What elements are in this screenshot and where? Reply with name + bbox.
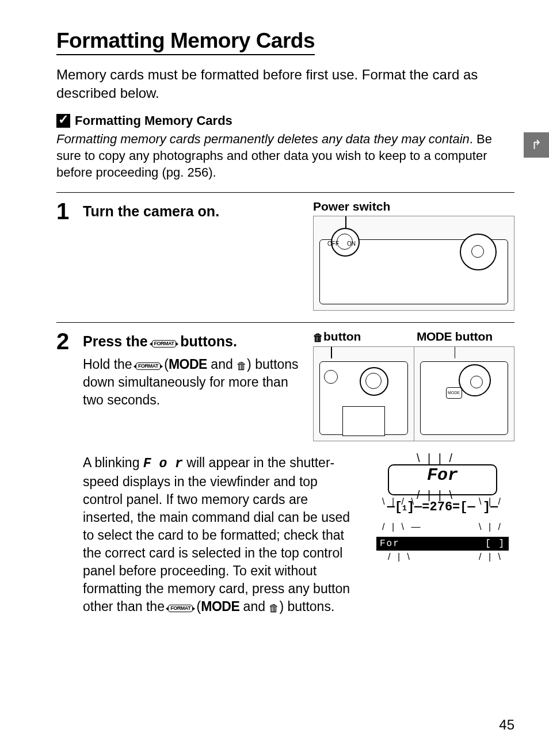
step-2-number: 2 bbox=[56, 330, 79, 353]
warning-heading: Formatting Memory Cards bbox=[75, 113, 232, 128]
trash-icon: 🗑 bbox=[313, 332, 323, 343]
divider bbox=[56, 192, 514, 193]
step-1: 1 Turn the camera on. Power switch OFF O… bbox=[56, 200, 514, 311]
mode-label: MODE bbox=[169, 357, 207, 372]
manual-page: Formatting Memory Cards Memory cards mus… bbox=[0, 0, 549, 756]
trash-button-diagram bbox=[314, 347, 414, 441]
step-2: 2 Press the FORMAT buttons. Hold the FOR… bbox=[56, 330, 514, 616]
lcd-mid-text: —[1]—=276=[— ]— bbox=[371, 500, 514, 514]
step-1-figure-label: Power switch bbox=[313, 200, 514, 213]
section-tab-icon: ↱ bbox=[531, 138, 542, 152]
intro-paragraph: Memory cards must be formatted before fi… bbox=[56, 66, 514, 103]
lcd-display-diagram: \ | | / For / | | \ \ | / \ \ | / —[1]—=… bbox=[371, 454, 514, 569]
page-title: Formatting Memory Cards bbox=[56, 29, 315, 55]
warning-note: Formatting Memory Cards Formatting memor… bbox=[56, 113, 514, 181]
lcd-viewfinder-bar: For [ ] bbox=[376, 537, 509, 551]
format-icon: FORMAT bbox=[152, 340, 177, 348]
format-icon: FORMAT bbox=[168, 605, 193, 612]
warning-icon bbox=[56, 114, 70, 128]
step-2-figure-label-left: 🗑button bbox=[313, 330, 411, 344]
mode-label: MODE bbox=[201, 599, 239, 614]
format-buttons-diagram: MODE bbox=[313, 346, 514, 441]
page-number: 45 bbox=[499, 717, 514, 733]
trash-icon: 🗑 bbox=[269, 602, 279, 614]
step-2-body-1: Hold the FORMAT (MODE and 🗑) buttons dow… bbox=[83, 356, 302, 409]
power-switch-diagram: OFF ON bbox=[313, 216, 514, 311]
lcd-for-text: For bbox=[371, 465, 514, 485]
step-2-heading: Press the FORMAT buttons. bbox=[83, 333, 302, 350]
mode-button-diagram: MODE bbox=[414, 347, 514, 441]
step-1-number: 1 bbox=[56, 200, 79, 223]
trash-icon: 🗑 bbox=[237, 360, 247, 372]
step-2-body-2: A blinking F o r will appear in the shut… bbox=[83, 454, 353, 616]
warning-body: Formatting memory cards permanently dele… bbox=[56, 131, 514, 181]
format-icon: FORMAT bbox=[136, 362, 161, 370]
warning-italic-text: Formatting memory cards permanently dele… bbox=[56, 132, 470, 146]
for-blink-text: F o r bbox=[143, 456, 183, 471]
step-2-figure-label-right: MODE button bbox=[417, 330, 514, 344]
divider bbox=[56, 322, 514, 323]
step-1-heading: Turn the camera on. bbox=[83, 203, 302, 220]
section-tab: ↱ bbox=[524, 132, 549, 158]
